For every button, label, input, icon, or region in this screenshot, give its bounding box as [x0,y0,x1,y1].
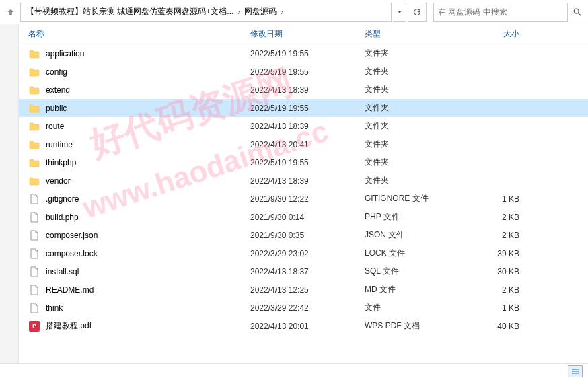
file-size: 2 KB [472,213,533,222]
chevron-right-icon: › [236,7,242,17]
file-type: JSON 文件 [365,229,472,241]
file-type: 文件夹 [365,175,472,186]
file-date: 2022/5/19 19:55 [250,67,365,77]
file-row[interactable]: .gitignore2021/9/30 12:22GITIGNORE 文件1 K… [19,190,588,208]
file-name: composer.lock [46,249,250,258]
file-icon [28,284,40,296]
folder-icon [28,139,40,151]
file-name: route [46,122,250,131]
file-row[interactable]: vendor2022/4/13 18:39文件夹 [19,172,588,190]
breadcrumb[interactable]: 【带视频教程】站长亲测 城通网盘仿蓝奏网盘源码+文档... › 网盘源码 › [20,3,392,22]
file-date: 2022/5/19 19:55 [250,104,365,113]
file-name: build.php [46,213,250,222]
file-type: 文件夹 [365,66,472,77]
folder-icon [28,175,40,187]
file-row[interactable]: README.md2022/4/13 12:25MD 文件2 KB [19,280,588,299]
search-icon[interactable] [569,3,585,22]
file-size: 1 KB [472,194,533,204]
breadcrumb-seg-1[interactable]: 【带视频教程】站长亲测 城通网盘仿蓝奏网盘源码+文档... [24,6,236,17]
file-type: SQL 文件 [365,266,472,277]
file-row[interactable]: build.php2021/9/30 0:14PHP 文件2 KB [19,208,588,226]
file-type: 文件 [365,302,472,313]
toolbar: 【带视频教程】站长亲测 城通网盘仿蓝奏网盘源码+文档... › 网盘源码 › [0,0,588,24]
search-input[interactable] [438,7,563,17]
folder-icon [28,84,40,96]
file-type: LOCK 文件 [365,248,472,259]
file-row[interactable]: thinkphp2022/5/19 19:55文件夹 [19,153,588,172]
file-type: 文件夹 [365,48,472,59]
file-size: 1 KB [472,303,533,313]
folder-icon [28,66,40,78]
file-icon [28,248,40,260]
file-name: application [46,49,250,59]
file-size: 40 KB [472,322,533,331]
file-date: 2022/5/19 19:55 [250,49,365,59]
file-name: config [46,67,250,77]
file-row[interactable]: think2022/3/29 22:42文件1 KB [19,299,588,317]
file-row[interactable]: runtime2022/4/13 20:41文件夹 [19,135,588,153]
file-size: 2 KB [472,285,533,295]
file-row[interactable]: config2022/5/19 19:55文件夹 [19,63,588,81]
breadcrumb-dropdown-button[interactable] [393,3,406,22]
file-type: MD 文件 [365,284,472,295]
left-panel [0,24,19,363]
file-type: 文件夹 [365,157,472,168]
col-header-size[interactable]: 大小 [472,28,533,40]
svg-rect-2 [572,369,579,370]
file-date: 2021/9/30 0:35 [250,231,365,240]
file-type: 文件夹 [365,139,472,150]
file-date: 2021/9/30 12:22 [250,194,365,204]
file-date: 2022/4/13 12:25 [250,285,365,295]
file-icon [28,211,40,223]
file-date: 2022/4/13 18:39 [250,176,365,186]
breadcrumb-seg-2[interactable]: 网盘源码 [242,6,279,17]
file-date: 2022/4/13 20:01 [250,322,365,331]
search-box[interactable] [433,3,568,22]
file-type: 文件夹 [365,120,472,132]
file-row[interactable]: composer.json2021/9/30 0:35JSON 文件2 KB [19,226,588,244]
svg-rect-3 [572,371,579,372]
file-type: PHP 文件 [365,211,472,223]
view-details-button[interactable] [568,365,583,377]
file-row[interactable]: route2022/4/13 18:39文件夹 [19,117,588,135]
refresh-button[interactable] [408,3,427,22]
file-row[interactable]: composer.lock2022/3/29 23:02LOCK 文件39 KB [19,244,588,262]
file-date: 2022/3/29 23:02 [250,249,365,258]
folder-icon [28,157,40,169]
file-icon [28,229,40,241]
file-name: runtime [46,140,250,149]
chevron-right-icon: › [279,7,285,17]
file-date: 2021/9/30 0:14 [250,213,365,222]
column-headers[interactable]: 名称 修改日期 类型 大小 [19,24,588,44]
file-name: README.md [46,285,250,295]
status-bar [0,363,588,378]
file-row[interactable]: install.sql2022/4/13 18:37SQL 文件30 KB [19,262,588,280]
file-type: 文件夹 [365,84,472,96]
file-type: 文件夹 [365,102,472,114]
file-name: composer.json [46,231,250,240]
folder-icon [28,120,40,133]
file-row[interactable]: P搭建教程.pdf2022/4/13 20:01WPS PDF 文档40 KB [19,317,588,335]
svg-point-0 [574,9,579,13]
file-name: .gitignore [46,194,250,204]
file-name: 搭建教程.pdf [46,320,250,332]
file-row[interactable]: public2022/5/19 19:55文件夹 [19,99,588,117]
file-icon [28,193,40,205]
file-type: GITIGNORE 文件 [365,193,472,204]
file-date: 2022/4/13 18:39 [250,85,365,95]
file-date: 2022/4/13 18:39 [250,122,365,131]
file-row[interactable]: application2022/5/19 19:55文件夹 [19,44,588,63]
content-area: 名称 修改日期 类型 大小 application2022/5/19 19:55… [0,24,588,363]
file-row[interactable]: extend2022/4/13 18:39文件夹 [19,81,588,99]
up-button[interactable] [3,3,19,22]
svg-line-1 [579,13,581,15]
file-size: 39 KB [472,249,533,258]
file-date: 2022/4/13 20:41 [250,140,365,149]
file-size: 2 KB [472,231,533,240]
svg-rect-4 [572,373,579,374]
col-header-date[interactable]: 修改日期 [250,28,365,40]
col-header-name[interactable]: 名称 [28,28,250,40]
folder-icon [28,48,40,60]
file-date: 2022/4/13 18:37 [250,267,365,276]
col-header-type[interactable]: 类型 [365,28,472,40]
